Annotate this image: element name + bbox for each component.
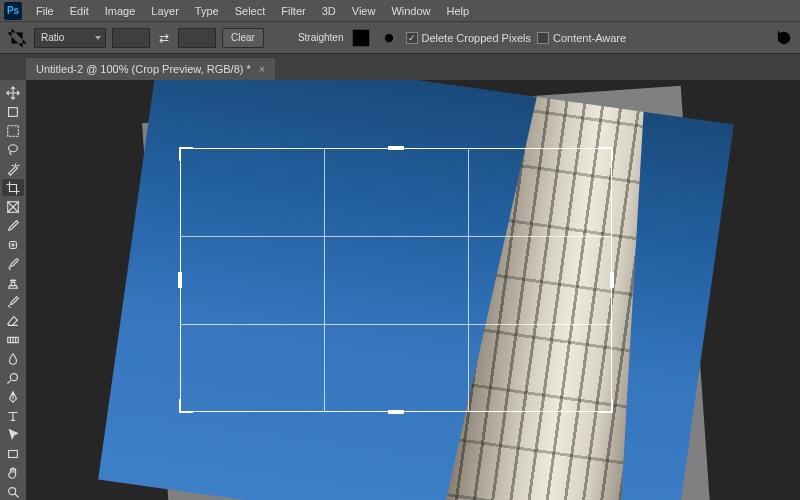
document-tab[interactable]: Untitled-2 @ 100% (Crop Preview, RGB/8) …: [26, 57, 275, 80]
crop-handle-top-left[interactable]: [179, 147, 193, 161]
delete-cropped-checkbox[interactable]: ✓ Delete Cropped Pixels: [406, 32, 531, 44]
rectangle-tool[interactable]: [2, 445, 24, 462]
svg-point-7: [10, 373, 17, 380]
menu-view[interactable]: View: [344, 3, 384, 19]
menu-image[interactable]: Image: [97, 3, 144, 19]
reset-button[interactable]: [774, 28, 794, 48]
hand-tool[interactable]: [2, 464, 24, 481]
checkbox-unchecked-icon: [537, 32, 549, 44]
magic-wand-tool[interactable]: [2, 160, 24, 177]
menu-window[interactable]: Window: [383, 3, 438, 19]
content-aware-label: Content-Aware: [553, 32, 626, 44]
straighten-label: Straighten: [298, 32, 344, 43]
document-canvas[interactable]: [156, 104, 696, 500]
crop-tool-icon: [6, 27, 28, 49]
frame-tool[interactable]: [2, 198, 24, 215]
zoom-tool[interactable]: [2, 483, 24, 500]
type-tool[interactable]: [2, 407, 24, 424]
document-tab-bar: Untitled-2 @ 100% (Crop Preview, RGB/8) …: [0, 54, 800, 80]
crop-tool[interactable]: [2, 179, 24, 196]
crop-overlay[interactable]: [180, 148, 612, 412]
close-tab-icon[interactable]: ×: [259, 63, 265, 75]
menu-3d[interactable]: 3D: [314, 3, 344, 19]
menu-layer[interactable]: Layer: [143, 3, 187, 19]
clear-button[interactable]: Clear: [222, 28, 264, 48]
crop-handle-top[interactable]: [388, 146, 404, 150]
app-logo: Ps: [4, 2, 22, 20]
document-tab-title: Untitled-2 @ 100% (Crop Preview, RGB/8) …: [36, 63, 251, 75]
content-aware-checkbox[interactable]: Content-Aware: [537, 32, 626, 44]
artboard-tool[interactable]: [2, 103, 24, 120]
blur-tool[interactable]: [2, 350, 24, 367]
menu-bar: Ps File Edit Image Layer Type Select Fil…: [0, 0, 800, 22]
crop-handle-bottom[interactable]: [388, 410, 404, 414]
crop-height-input[interactable]: [178, 28, 216, 48]
menu-help[interactable]: Help: [439, 3, 478, 19]
eyedropper-tool[interactable]: [2, 217, 24, 234]
path-select-tool[interactable]: [2, 426, 24, 443]
crop-width-input[interactable]: [112, 28, 150, 48]
crop-settings-button[interactable]: [378, 27, 400, 49]
crop-handle-bottom-right[interactable]: [599, 399, 613, 413]
dodge-tool[interactable]: [2, 369, 24, 386]
eraser-tool[interactable]: [2, 312, 24, 329]
crop-handle-left[interactable]: [178, 272, 182, 288]
menu-type[interactable]: Type: [187, 3, 227, 19]
svg-point-1: [384, 33, 392, 41]
svg-rect-2: [9, 107, 18, 116]
brush-tool[interactable]: [2, 255, 24, 272]
menu-filter[interactable]: Filter: [273, 3, 313, 19]
options-bar: Ratio ⇄ Clear Straighten ✓ Delete Croppe…: [0, 22, 800, 54]
straighten-icon[interactable]: [270, 27, 292, 49]
overlay-options-button[interactable]: [350, 27, 372, 49]
gradient-tool[interactable]: [2, 331, 24, 348]
marquee-tool[interactable]: [2, 122, 24, 139]
menu-select[interactable]: Select: [227, 3, 274, 19]
lasso-tool[interactable]: [2, 141, 24, 158]
svg-rect-8: [9, 450, 18, 457]
svg-rect-0: [352, 29, 369, 46]
history-brush-tool[interactable]: [2, 293, 24, 310]
swap-dimensions-button[interactable]: ⇄: [156, 30, 172, 46]
crop-handle-bottom-left[interactable]: [179, 399, 193, 413]
menu-edit[interactable]: Edit: [62, 3, 97, 19]
checkbox-checked-icon: ✓: [406, 32, 418, 44]
delete-cropped-label: Delete Cropped Pixels: [422, 32, 531, 44]
menu-file[interactable]: File: [28, 3, 62, 19]
pen-tool[interactable]: [2, 388, 24, 405]
crop-handle-top-right[interactable]: [599, 147, 613, 161]
move-tool[interactable]: [2, 84, 24, 101]
svg-rect-3: [8, 125, 19, 136]
aspect-ratio-dropdown[interactable]: Ratio: [34, 28, 106, 48]
clone-stamp-tool[interactable]: [2, 274, 24, 291]
crop-handle-right[interactable]: [610, 272, 614, 288]
canvas-area[interactable]: [26, 80, 800, 500]
tools-panel: [0, 80, 26, 500]
spot-heal-tool[interactable]: [2, 236, 24, 253]
